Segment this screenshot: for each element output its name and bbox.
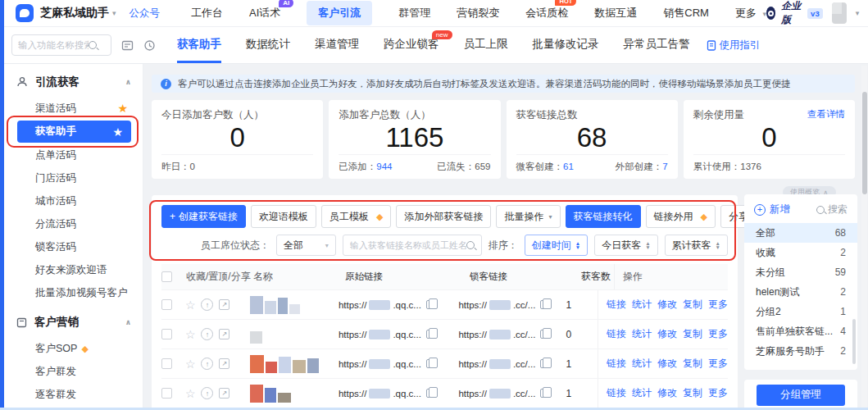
copy-icon[interactable] bbox=[540, 300, 548, 309]
group-item-ungrouped[interactable]: 未分组59 bbox=[744, 262, 857, 282]
pin-top-icon[interactable]: ↑ bbox=[201, 358, 213, 370]
history-icon[interactable] bbox=[143, 39, 156, 52]
action-edit[interactable]: 修改 bbox=[657, 357, 677, 371]
row-checkbox[interactable] bbox=[161, 329, 172, 339]
add-group-button[interactable]: +新增 bbox=[754, 203, 790, 216]
star-icon[interactable]: ☆ bbox=[185, 299, 196, 311]
tab-acquisition-assistant[interactable]: 获客助手 bbox=[177, 27, 221, 63]
view-details-link[interactable]: 查看详情 bbox=[807, 108, 845, 121]
action-link[interactable]: 链接 bbox=[607, 386, 626, 400]
action-stats[interactable]: 统计 bbox=[632, 327, 652, 341]
link-search-box[interactable] bbox=[343, 235, 482, 256]
official-account-link[interactable]: 公众号 bbox=[130, 7, 161, 20]
sidebar-group-customer-marketing[interactable]: 客户营销 ∧ bbox=[4, 304, 143, 337]
sidebar-item-channel-qrcode[interactable]: 渠道活码★ bbox=[4, 97, 143, 120]
nav-chat-inspection[interactable]: 会话质检HOT bbox=[525, 6, 568, 20]
tab-batch-modify-record[interactable]: 批量修改记录 bbox=[533, 27, 599, 63]
nav-more[interactable]: 更多 ▾ bbox=[735, 6, 766, 20]
copy-icon[interactable] bbox=[426, 300, 434, 309]
action-copy[interactable]: 复制 bbox=[683, 327, 702, 341]
select-all-checkbox[interactable] bbox=[161, 271, 172, 282]
sidebar-item-split-qrcode[interactable]: 分流活码 bbox=[4, 212, 143, 235]
star-icon[interactable]: ☆ bbox=[185, 329, 196, 340]
sidebar-item-batch-add-video-customers[interactable]: 批量添加视频号客户 bbox=[4, 281, 143, 304]
pin-top-icon[interactable]: ↑ bbox=[201, 328, 213, 340]
sidebar-item-chase-broadcast[interactable]: 逐客群发 bbox=[4, 383, 143, 406]
action-edit[interactable]: 修改 bbox=[657, 327, 677, 341]
action-copy[interactable]: 复制 bbox=[683, 298, 702, 312]
group-manage-button[interactable]: 分组管理 bbox=[757, 385, 845, 406]
usage-guide-link[interactable]: 使用指引 bbox=[707, 39, 761, 52]
group-search-button[interactable]: 搜索 bbox=[816, 203, 848, 216]
add-external-link-button[interactable]: 添加外部获客链接 bbox=[396, 205, 491, 228]
sidebar-item-store-qrcode[interactable]: 门店活码 bbox=[4, 166, 143, 189]
link-external-use-button[interactable]: 链接外用◆ bbox=[646, 205, 716, 228]
sidebar-group-acquisition[interactable]: 引流获客 ∧ bbox=[4, 64, 143, 97]
action-edit[interactable]: 修改 bbox=[657, 298, 677, 312]
star-icon[interactable]: ☆ bbox=[185, 388, 196, 399]
copy-icon[interactable] bbox=[426, 359, 434, 368]
collapse-arrow-icon[interactable]: ∧ bbox=[125, 318, 131, 326]
group-item-all[interactable]: 全部68 bbox=[744, 223, 857, 243]
nav-marketing-fission[interactable]: 营销裂变 bbox=[457, 6, 499, 20]
sidebar-item-friend-source-welcome[interactable]: 好友来源欢迎语 bbox=[4, 258, 143, 281]
share-icon[interactable]: ↗ bbox=[219, 329, 229, 339]
group-item-sesame-service[interactable]: 芝麻服务号助手2 bbox=[744, 341, 857, 361]
sidebar-item-customer-sop[interactable]: 客户SOP◆ bbox=[4, 337, 143, 360]
row-checkbox[interactable] bbox=[161, 388, 172, 399]
action-more[interactable]: 更多 bbox=[708, 386, 728, 400]
group-item-helen-test[interactable]: helen测试2 bbox=[744, 282, 857, 302]
copy-icon[interactable] bbox=[540, 330, 548, 339]
share-icon[interactable]: ↗ bbox=[219, 358, 229, 369]
user-avatar[interactable] bbox=[832, 2, 847, 24]
pin-top-icon[interactable]: ↑ bbox=[201, 298, 213, 311]
nav-customer-acquisition[interactable]: 客户引流 bbox=[307, 1, 372, 25]
group-item-presales-link[interactable]: 售前单独获客链...4 bbox=[744, 321, 857, 341]
batch-operation-button[interactable]: 批量操作▾ bbox=[496, 205, 560, 228]
group-item-favorites[interactable]: 收藏2 bbox=[744, 243, 857, 262]
nav-data-interop[interactable]: 数据互通 bbox=[594, 6, 637, 20]
copy-icon[interactable] bbox=[426, 330, 434, 339]
seat-status-select[interactable]: 全部▾ bbox=[276, 235, 336, 256]
nav-workbench[interactable]: 工作台 bbox=[191, 6, 223, 20]
sort-by-today-acquired[interactable]: 今日获客▲▼ bbox=[594, 235, 657, 256]
share-icon[interactable]: ↗ bbox=[219, 299, 229, 310]
action-stats[interactable]: 统计 bbox=[632, 386, 652, 400]
favorite-star-icon[interactable]: ★ bbox=[112, 125, 123, 139]
tab-staff-limit[interactable]: 员工上限 bbox=[464, 27, 508, 63]
user-menu-chevron-icon[interactable]: ▾ bbox=[856, 9, 860, 17]
sidebar-item-acquisition-assistant[interactable]: 获客助手★ bbox=[17, 121, 131, 143]
apps-icon[interactable] bbox=[121, 39, 134, 52]
sort-by-create-time[interactable]: 创建时间▲▼ bbox=[525, 235, 588, 256]
action-link[interactable]: 链接 bbox=[607, 357, 626, 371]
action-edit[interactable]: 修改 bbox=[657, 386, 677, 400]
link-search-input[interactable] bbox=[350, 240, 466, 250]
action-copy[interactable]: 复制 bbox=[683, 386, 702, 400]
copy-icon[interactable] bbox=[426, 389, 434, 398]
action-more[interactable]: 更多 bbox=[708, 357, 728, 371]
action-copy[interactable]: 复制 bbox=[683, 357, 702, 371]
tab-abnormal-staff-alert[interactable]: 异常员工告警 bbox=[624, 27, 690, 63]
tab-cross-enterprise-lock[interactable]: 跨企业锁客new bbox=[384, 27, 439, 63]
action-more[interactable]: 更多 bbox=[708, 327, 728, 341]
sidebar-item-city-qrcode[interactable]: 城市活码 bbox=[4, 189, 143, 212]
function-search-box[interactable] bbox=[11, 34, 111, 56]
sort-by-total-acquired[interactable]: 累计获客▲▼ bbox=[665, 235, 728, 256]
create-link-button[interactable]: +创建获客链接 bbox=[161, 205, 246, 228]
row-checkbox[interactable] bbox=[161, 358, 172, 369]
copy-icon[interactable] bbox=[540, 389, 548, 398]
share-icon[interactable]: ↗ bbox=[219, 388, 229, 399]
copy-icon[interactable] bbox=[540, 359, 548, 368]
pin-top-icon[interactable]: ↑ bbox=[201, 387, 213, 399]
group-item-group2[interactable]: 分组21 bbox=[744, 302, 857, 321]
nav-group-management[interactable]: 群管理 bbox=[398, 6, 430, 20]
tab-data-statistics[interactable]: 数据统计 bbox=[246, 27, 290, 63]
action-stats[interactable]: 统计 bbox=[632, 298, 652, 312]
nav-ai-script[interactable]: AI话术AI bbox=[249, 6, 280, 20]
nav-sales-crm[interactable]: 销售CRM bbox=[663, 6, 709, 20]
app-switch-chevron-icon[interactable]: ▾ bbox=[112, 9, 116, 17]
link-conversion-button[interactable]: 获客链接转化 bbox=[566, 205, 641, 228]
welcome-template-button[interactable]: 欢迎语模板 bbox=[251, 205, 316, 228]
sidebar-item-lock-qrcode[interactable]: 锁客活码 bbox=[4, 235, 143, 258]
sidebar-item-order-qrcode[interactable]: 点单活码 bbox=[4, 144, 143, 166]
